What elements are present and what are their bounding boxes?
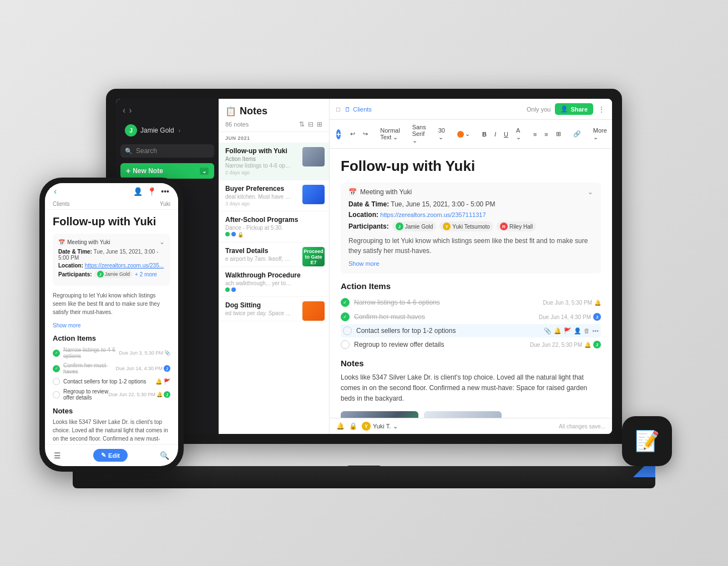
check-icon-2[interactable]: ✓ [341, 312, 350, 321]
check-icon-3[interactable] [343, 326, 352, 335]
phone-action-item-4: Regroup to review offer details Due Jun … [53, 387, 170, 402]
phone-show-more[interactable]: Show more [53, 322, 81, 329]
footer-bell-icon[interactable]: 🔔 [336, 422, 345, 430]
share-button[interactable]: 👤 Share [555, 103, 593, 115]
phone-search-icon[interactable]: 🔍 [160, 451, 169, 460]
phone-back-button[interactable]: ‹ [54, 186, 57, 196]
action-item-2: ✓ Confirm her must-haves Due Jun 14, 4:3… [341, 310, 601, 324]
bold-button[interactable]: B [479, 130, 489, 139]
underline-button[interactable]: U [501, 130, 511, 139]
phone-action-text-4: Regroup to review offer details [63, 388, 108, 401]
editor-toolbar-top: □ 🗒 Clients Only you 👤 Share [330, 99, 612, 120]
phone-footer: ☰ ✎ Edit 🔍 [45, 444, 178, 466]
phone-action-items-title: Action Items [53, 334, 170, 342]
participant-name-yuki: Yuki Tetsumoto [452, 224, 490, 230]
check-icon-4[interactable] [341, 340, 350, 349]
new-note-chevron-icon[interactable]: ⌄ [200, 168, 209, 175]
color-picker-button[interactable]: ⌄ [454, 129, 473, 139]
new-note-button[interactable]: + New Note ⌄ [120, 163, 214, 179]
phone-contact-icon[interactable]: 👤 [133, 187, 143, 196]
notes-view-button[interactable]: ⊞ [317, 120, 322, 128]
clients-icon: 🗒 [345, 106, 351, 113]
note-item-1[interactable]: Follow-up with Yuki Action Items Narrow … [219, 143, 329, 180]
phone-more-icon[interactable]: ••• [161, 187, 169, 196]
more-options-button[interactable]: ⋮ [598, 105, 605, 114]
phone-check-2[interactable]: ✓ [53, 365, 60, 372]
action-item-4: Regroup to review offer details Due Jun … [341, 337, 601, 352]
phone-edit-button[interactable]: ✎ Edit [93, 449, 128, 462]
more-formatting-button[interactable]: More ⌄ [590, 126, 610, 142]
sidebar-user[interactable]: J Jamie Gold › [120, 121, 214, 140]
action-more-icon[interactable]: ••• [592, 327, 599, 334]
action-person-icon[interactable]: 👤 [574, 327, 582, 335]
phone-location-icon[interactable]: 📍 [147, 187, 156, 196]
participant-yuki: Y Yuki Tetsumoto [439, 221, 493, 231]
undo-button[interactable]: ↩ [347, 129, 358, 139]
check-icon-1[interactable]: ✓ [341, 298, 350, 307]
toolbar-note-icon: □ [336, 105, 340, 113]
phone-check-1[interactable]: ✓ [53, 350, 60, 357]
italic-button[interactable]: I [492, 130, 499, 139]
phone-check-4[interactable] [53, 391, 60, 398]
badge-blue-3 [231, 232, 236, 236]
add-content-button[interactable]: + [336, 129, 341, 139]
note-item-5[interactable]: Walkthrough Procedure ach walkthrough...… [219, 267, 329, 297]
show-more-link[interactable]: Show more [348, 260, 380, 267]
participant-jamie: J Jamie Gold [392, 221, 437, 231]
action-paperclip-icon[interactable]: 📎 [544, 327, 552, 335]
action-bell-icon-1: 🔔 [594, 300, 601, 306]
font-size-dropdown[interactable]: 30 ⌄ [436, 126, 448, 142]
user-chevron-icon: › [179, 128, 180, 134]
action-flag-icon[interactable]: 🚩 [564, 327, 572, 335]
action-trash-icon[interactable]: 🗑 [584, 327, 590, 334]
footer-user[interactable]: Y Yuki T. ⌄ [362, 422, 398, 431]
note-item-6[interactable]: Dog Sitting ed twice per day. Space hour… [219, 297, 329, 321]
toolbar-clients-link[interactable]: 🗒 Clients [345, 106, 372, 113]
phone-notes-text: Looks like 5347 Silver Lake Dr. is clien… [53, 418, 170, 444]
numbered-list-button[interactable]: ≡ [542, 130, 550, 139]
note-item-2[interactable]: Buyer Preferences deal kitchen. Must hav… [219, 180, 329, 211]
participant-name-riley: Riley Hall [509, 224, 533, 230]
note-item-3[interactable]: After-School Programs Dance - Pickup at … [219, 211, 329, 242]
note-badges-5 [225, 287, 322, 292]
phone-meeting-link[interactable]: https://zerealtors.zoom.us/235... [85, 262, 164, 269]
note-main-title: Follow-up with Yuki [341, 158, 601, 175]
footer-lock-icon[interactable]: 🔒 [349, 422, 357, 430]
phone-header-icons: 👤 📍 ••• [133, 187, 169, 196]
phone-avatar-j: J [97, 271, 104, 277]
note-item-preview-2: deal kitchen. Must have an countertop th… [225, 194, 292, 200]
bullet-list-button[interactable]: ≡ [530, 130, 539, 139]
meeting-expand-button[interactable]: ⌄ [588, 188, 593, 196]
action-bell-icon-3[interactable]: 🔔 [554, 327, 562, 335]
font-dropdown[interactable]: Sans Serif ⌄ [410, 123, 429, 145]
note-item-4[interactable]: Travel Details e airport by 7am. lkeoff,… [219, 242, 329, 267]
phone-description: Regrouping to let Yuki know which listin… [53, 291, 170, 316]
phone-date-row: Date & Time: Tue, June 15, 2021, 3:00 - … [58, 249, 165, 261]
nav-back-arrow[interactable]: ‹ [123, 105, 125, 115]
sidebar-search[interactable]: 🔍 Search [120, 144, 214, 158]
link-button[interactable]: 🔗 [570, 129, 584, 139]
nav-forward-arrow[interactable]: › [129, 105, 132, 115]
notes-list-panel: 📋 Notes 86 notes ⇅ ⊟ ⊞ JUN 2021 [219, 99, 330, 434]
highlight-button[interactable]: A ⌄ [513, 126, 524, 142]
phone-expand-icon[interactable]: ⌄ [159, 238, 165, 246]
notes-filter-button[interactable]: ⊟ [308, 120, 314, 128]
note-item-thumb-1 [302, 147, 325, 166]
sidebar-user-name: Jamie Gold [140, 127, 174, 134]
phone-more-participants[interactable]: + 2 more [135, 271, 157, 277]
phone-action-item-3: Contact sellers for top 1-2 options 🔔 🚩 [53, 376, 170, 387]
meeting-location-link[interactable]: https://zerealtors.zoom.us/2357111317 [380, 211, 486, 218]
phone-check-3[interactable] [53, 378, 60, 385]
note-item-thumb-4: Proceed to Gate E7 [302, 247, 325, 266]
meeting-location-row: Location: https://zerealtors.zoom.us/235… [348, 211, 593, 219]
note-thumb-img-1 [302, 147, 325, 166]
redo-button[interactable]: ↪ [360, 129, 371, 139]
note-thumb-img-4: Proceed to Gate E7 [302, 247, 325, 266]
phone-menu-icon[interactable]: ☰ [54, 451, 61, 460]
toolbar-left: □ 🗒 Clients [336, 105, 522, 113]
text-style-dropdown[interactable]: Normal Text ⌄ [377, 126, 402, 142]
indent-button[interactable]: ⊞ [553, 129, 564, 139]
notes-sort-button[interactable]: ⇅ [299, 120, 305, 128]
phone-participants: Participants: J Jamie Gold + 2 more [58, 270, 165, 278]
badge-blue-5 [231, 287, 236, 292]
